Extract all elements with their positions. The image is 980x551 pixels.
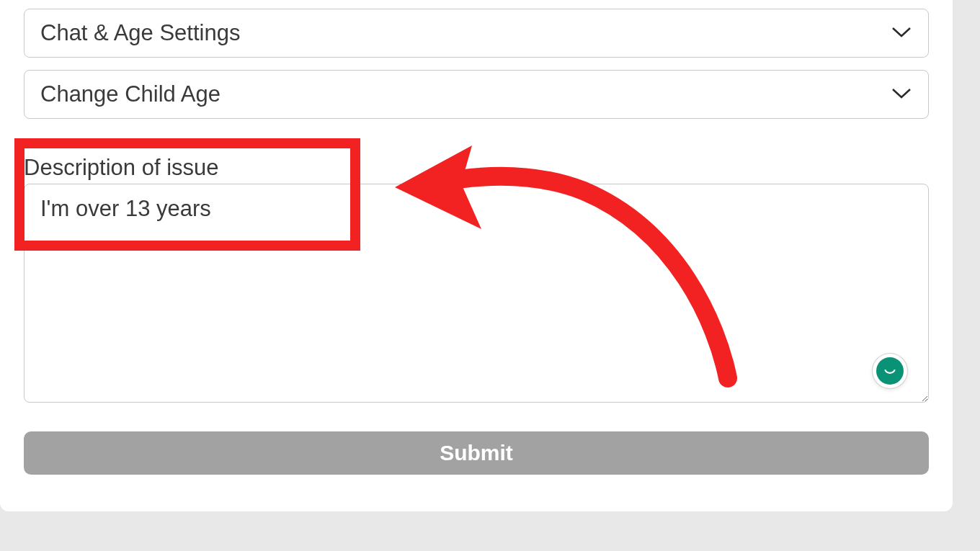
chevron-down-icon — [891, 86, 912, 103]
smile-icon — [876, 357, 904, 385]
description-field-group: Description of issue — [24, 155, 929, 406]
dropdown-label: Change Child Age — [40, 81, 220, 107]
submit-button[interactable]: Submit — [24, 431, 929, 475]
dropdown-label: Chat & Age Settings — [40, 20, 240, 46]
help-category-dropdown[interactable]: Chat & Age Settings — [24, 9, 929, 58]
textarea-wrapper — [24, 184, 929, 406]
grammar-check-badge[interactable] — [873, 354, 907, 388]
description-label: Description of issue — [24, 155, 929, 181]
chevron-down-icon — [891, 24, 912, 42]
help-subcategory-dropdown[interactable]: Change Child Age — [24, 70, 929, 119]
form-container: Chat & Age Settings Change Child Age Des… — [0, 0, 953, 511]
description-textarea[interactable] — [24, 184, 929, 403]
